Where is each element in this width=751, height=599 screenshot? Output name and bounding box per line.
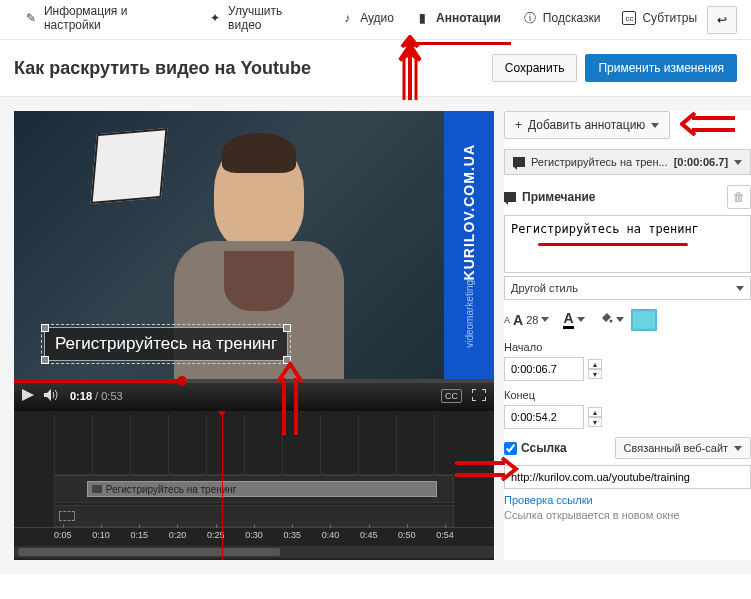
top-tabs-bar: ✎ Информация и настройки ✦ Улучшить виде… — [0, 0, 751, 40]
text-size-icon: A — [504, 315, 510, 325]
play-button[interactable] — [22, 389, 34, 404]
pencil-icon: ✎ — [24, 11, 38, 25]
time-decrement-button[interactable]: ▼ — [588, 369, 602, 379]
time-decrement-button[interactable]: ▼ — [588, 417, 602, 427]
caret-down-icon — [651, 123, 659, 128]
start-time-label: Начало — [504, 341, 751, 353]
caret-down-icon — [541, 317, 549, 322]
annotation-track[interactable]: Регистрируйтесь на тренинг — [54, 475, 454, 503]
end-time-input[interactable] — [504, 405, 584, 429]
font-size-value: 28 — [526, 314, 538, 326]
annotation-text-input[interactable] — [504, 215, 751, 273]
resize-handle[interactable] — [41, 324, 49, 332]
link-url-input[interactable] — [504, 465, 751, 489]
caret-down-icon — [616, 317, 624, 322]
link-type-select[interactable]: Связанный веб-сайт — [615, 437, 751, 459]
trash-icon: 🗑 — [733, 190, 745, 204]
back-button[interactable]: ↩ — [707, 6, 737, 34]
tab-subtitles[interactable]: cc Субтитры — [612, 0, 707, 45]
time-display: 0:18 / 0:53 — [70, 390, 123, 402]
resize-handle[interactable] — [283, 324, 291, 332]
title-bar: Как раскрутить видео на Youtube Сохранит… — [0, 40, 751, 97]
font-color-icon: A — [563, 310, 573, 329]
link-type-value: Связанный веб-сайт — [624, 442, 729, 454]
fullscreen-button[interactable] — [472, 389, 486, 404]
style-value: Другой стиль — [511, 282, 578, 294]
verify-link-link[interactable]: Проверка ссылки — [504, 494, 593, 506]
annotation-overlay-text: Регистрируйтесь на тренинг — [55, 334, 277, 353]
clip-label: Регистрируйтесь на тренинг — [106, 484, 237, 495]
tab-label: Подсказки — [543, 11, 601, 25]
annotation-item-text: Регистрируйтесь на трен... — [531, 156, 668, 168]
annotation-list-item[interactable]: Регистрируйтесь на трен... [0:00:06.7] — [504, 149, 751, 175]
add-annotation-label: Добавить аннотацию — [528, 118, 645, 132]
tab-label: Аннотации — [436, 11, 501, 25]
resize-handle[interactable] — [283, 356, 291, 364]
cc-icon: cc — [622, 11, 636, 25]
caret-down-icon — [577, 317, 585, 322]
plus-icon: + — [515, 118, 522, 132]
tab-label: Аудио — [360, 11, 394, 25]
note-icon — [92, 485, 102, 493]
caret-down-icon — [734, 446, 742, 451]
caret-down-icon — [736, 286, 744, 291]
note-icon — [504, 192, 516, 202]
annotation-style-select[interactable]: Другой стиль — [504, 276, 751, 300]
video-overlay-banner: KURILOV.COM.UA videomarketing — [444, 111, 494, 381]
tab-enhance-video[interactable]: ✦ Улучшить видео — [198, 0, 328, 45]
section-label-note: Примечание — [522, 190, 596, 204]
tab-audio[interactable]: ♪ Аудио — [330, 0, 404, 45]
info-icon: ⓘ — [523, 11, 537, 25]
duration: 0:53 — [101, 390, 122, 402]
link-checkbox[interactable] — [504, 442, 517, 455]
tab-label: Информация и настройки — [44, 4, 186, 32]
resize-handle[interactable] — [41, 356, 49, 364]
tab-info-settings[interactable]: ✎ Информация и настройки — [14, 0, 196, 45]
paint-bucket-icon — [599, 311, 613, 328]
add-annotation-dropdown[interactable]: + Добавить аннотацию — [504, 111, 670, 139]
tab-label: Субтитры — [642, 11, 697, 25]
start-time-input[interactable] — [504, 357, 584, 381]
speech-bubble-icon: ▮ — [416, 11, 430, 25]
banner-text-main: KURILOV.COM.UA — [461, 144, 477, 280]
timeline-scrollbar[interactable] — [14, 546, 494, 558]
link-label-text: Ссылка — [521, 441, 567, 455]
svg-point-0 — [609, 320, 612, 323]
music-note-icon: ♪ — [340, 11, 354, 25]
text-size-icon: A — [513, 312, 523, 328]
link-hint-text: Ссылка открывается в новом окне — [504, 509, 679, 521]
banner-text-sub: videomarketing — [464, 280, 475, 348]
annotation-overlay-box[interactable]: Регистрируйтесь на тренинг — [44, 327, 288, 361]
apply-changes-button[interactable]: Применить изменения — [585, 54, 737, 82]
volume-button[interactable] — [44, 389, 60, 404]
video-title: Как раскрутить видео на Youtube — [14, 58, 311, 79]
tab-annotations[interactable]: ▮ Аннотации — [406, 0, 511, 45]
annotation-clip[interactable]: Регистрируйтесь на тренинг — [87, 481, 437, 497]
timeline-panel: Регистрируйтесь на тренинг 0:050:100:150… — [14, 411, 494, 560]
font-color-control[interactable]: A — [563, 310, 584, 329]
caret-down-icon — [734, 160, 742, 165]
crop-icon — [59, 511, 75, 521]
wand-icon: ✦ — [208, 11, 222, 25]
save-button[interactable]: Сохранить — [492, 54, 578, 82]
end-time-label: Конец — [504, 389, 751, 401]
captions-button[interactable]: CC — [441, 389, 462, 403]
time-increment-button[interactable]: ▲ — [588, 407, 602, 417]
time-ruler: 0:050:100:150:200:250:300:350:400:450:50… — [14, 527, 494, 542]
background-color-control[interactable] — [599, 311, 655, 329]
annotation-item-time: [0:00:06.7] — [674, 156, 728, 168]
reply-arrow-icon: ↩ — [717, 13, 727, 27]
video-player[interactable]: KURILOV.COM.UA videomarketing Регистриру… — [14, 111, 494, 381]
link-checkbox-label[interactable]: Ссылка — [504, 441, 567, 455]
annotation-side-panel: + Добавить аннотацию Регистрируйтесь на … — [504, 111, 751, 560]
color-swatch[interactable] — [633, 311, 655, 329]
time-increment-button[interactable]: ▲ — [588, 359, 602, 369]
tab-label: Улучшить видео — [228, 4, 318, 32]
tab-cards[interactable]: ⓘ Подсказки — [513, 0, 611, 45]
player-controls: 0:18 / 0:53 CC — [14, 381, 494, 411]
font-size-control[interactable]: AA 28 — [504, 312, 549, 328]
delete-annotation-button[interactable]: 🗑 — [727, 185, 751, 209]
progress-bar[interactable] — [14, 379, 494, 383]
timeline-playhead[interactable] — [222, 411, 223, 560]
note-icon — [513, 157, 525, 167]
